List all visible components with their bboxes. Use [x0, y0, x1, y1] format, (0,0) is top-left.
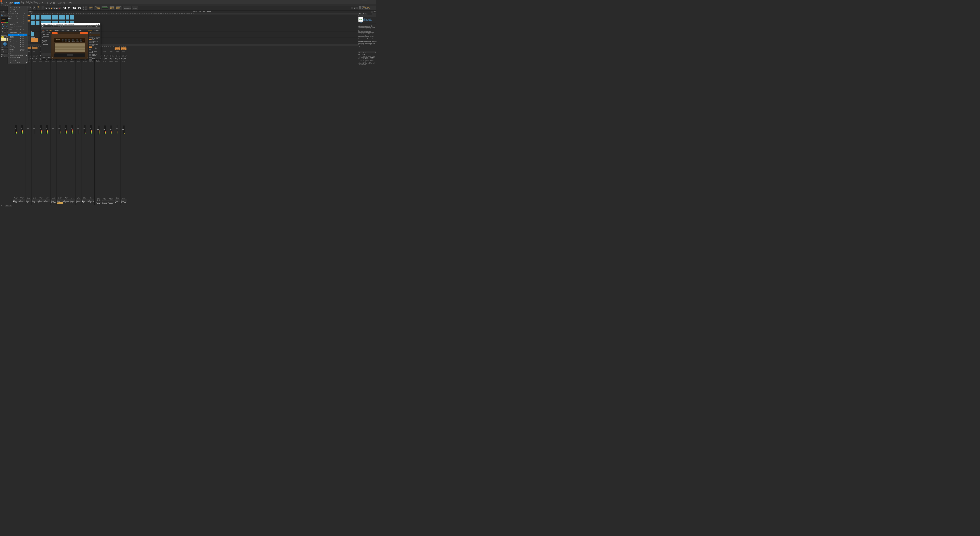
- strip-write[interactable]: W: [65, 59, 66, 61]
- solo-all[interactable]: S: [85, 6, 86, 8]
- audio-clip[interactable]: Guitar Loop: [31, 38, 38, 42]
- audio-clip[interactable]: [31, 21, 35, 25]
- output-select[interactable]: ▣ Master▾: [82, 201, 88, 202]
- input-select[interactable]: なし▾: [102, 200, 108, 202]
- input-select[interactable]: なし▾: [57, 199, 63, 200]
- out-indicator[interactable]: OUT: [88, 30, 92, 31]
- ruler-tick[interactable]: 9: [40, 13, 42, 14]
- minimize-button[interactable]: —: [367, 0, 370, 2]
- fx-slot[interactable]: Sonitus Reverb: [121, 48, 126, 49]
- input-select[interactable]: なし▾: [51, 199, 56, 200]
- notes-link1[interactable]: https://www.facebook.com/pg/TSSrecording: [358, 41, 375, 42]
- dd-console[interactable]: ▦コンソールビュー(O)Alt+2: [8, 15, 27, 17]
- input-select[interactable]: なし▾: [32, 199, 38, 200]
- volume-fader[interactable]: [34, 125, 35, 134]
- plugin-a2[interactable]: ⊞: [96, 25, 97, 27]
- strip-solo[interactable]: S: [123, 58, 124, 59]
- output-select[interactable]: ▣ LpBIntrnM▾: [69, 201, 75, 202]
- ruler-tick[interactable]: 81: [124, 13, 127, 14]
- menu-utilities[interactable]: ユーティリティ(U): [44, 2, 56, 4]
- strip-read[interactable]: R: [36, 58, 37, 59]
- strip-more[interactable]: ⚙: [60, 59, 61, 61]
- sel-end[interactable]: 1:01:000: [110, 8, 114, 9]
- lenses-dropdown[interactable]: Lenses: [362, 0, 367, 2]
- dd-multidock[interactable]: マルチドック(K)D: [8, 12, 27, 14]
- ruler-tick[interactable]: 69: [110, 13, 113, 14]
- pan-knob[interactable]: [110, 55, 111, 57]
- ruler-tick[interactable]: 129: [181, 13, 183, 14]
- plugin-a1[interactable]: ↗: [94, 25, 95, 27]
- time-sig[interactable]: 4/4: [37, 7, 38, 8]
- strip-solo[interactable]: S: [33, 58, 35, 59]
- strip-more[interactable]: ⚙: [35, 59, 36, 61]
- strip-more[interactable]: ⚙: [28, 59, 30, 61]
- dd-controlbar[interactable]: コントロールバー(C)C: [8, 6, 27, 8]
- stop-button[interactable]: ■: [48, 7, 51, 10]
- pause-button[interactable]: ⏸: [53, 7, 56, 10]
- plugin-maximize[interactable]: ☐: [95, 24, 97, 25]
- audio-clip[interactable]: [36, 21, 40, 25]
- amp-mid-knob[interactable]: [65, 39, 67, 41]
- insp-s[interactable]: S: [2, 56, 3, 57]
- volume-fader[interactable]: [46, 125, 47, 134]
- component-item[interactable]: Randall T2 Boost: [89, 56, 100, 59]
- ptab-settings[interactable]: SETTINGS: [41, 27, 46, 29]
- tab-midi[interactable]: MIDI: [202, 11, 206, 13]
- input-select[interactable]: なし▾: [88, 199, 94, 200]
- output-select[interactable]: ▣ LpBIntrnM▾: [63, 201, 69, 202]
- ff-button[interactable]: ⏭: [56, 7, 59, 10]
- ruler-tick[interactable]: 21: [54, 13, 56, 14]
- ruler-tick[interactable]: 73: [115, 13, 118, 14]
- zoom-25[interactable]: 25%: [58, 32, 61, 34]
- channel-name[interactable]: Master: [96, 203, 102, 205]
- output-select[interactable]: ▣ Master▾: [108, 202, 114, 203]
- ruler-tick[interactable]: 61: [101, 13, 103, 14]
- strip-power[interactable]: ●: [38, 56, 38, 57]
- strip-mute[interactable]: M: [115, 58, 116, 59]
- strip-write[interactable]: W: [84, 59, 85, 61]
- ruler-tick[interactable]: 83: [127, 13, 129, 14]
- ruler-tick[interactable]: 1: [30, 13, 33, 14]
- output-select[interactable]: ▣ LpBIntrnM▾: [76, 201, 81, 202]
- dd-icons[interactable]: アイコン(I)▸: [8, 59, 27, 61]
- maximize-button[interactable]: ☐: [370, 0, 373, 2]
- strip-power[interactable]: ●: [121, 56, 121, 57]
- items-seeall[interactable]: SEE ALL: [96, 37, 100, 38]
- ruler-tick[interactable]: 11: [42, 13, 45, 14]
- zoom-75[interactable]: 75%: [65, 32, 68, 34]
- ruler-tick[interactable]: 47: [84, 13, 87, 14]
- component-item[interactable]: Randall T2 Clean: [89, 51, 100, 54]
- looper-btn[interactable]: LOOPER: [94, 30, 100, 31]
- dd-markers[interactable]: ◈マーカー(R)Alt+Shift+4: [8, 42, 27, 44]
- output-select[interactable]: ▣ Master▾: [19, 201, 25, 202]
- plugin-next[interactable]: ▸: [56, 25, 58, 27]
- mixhdr-track[interactable]: トラック: [32, 45, 36, 46]
- bank-item[interactable]: 3TH3 Building Blocks Clean: [41, 38, 51, 41]
- erase-tool[interactable]: ⌫: [29, 6, 32, 8]
- ruler-tick[interactable]: 75: [118, 13, 120, 14]
- plugin-preset[interactable]: プリセットなし ▾: [44, 25, 53, 27]
- ruler-tick[interactable]: 65: [106, 13, 108, 14]
- fx-slot[interactable]: Sonitus Reverb: [115, 48, 120, 49]
- ruler-tick[interactable]: 133: [186, 13, 188, 14]
- dd-sysx[interactable]: ⬡Sysx(X)Alt+Shift+7: [8, 48, 27, 50]
- eq-mode-hybrid[interactable]: Hybrid: [1, 15, 3, 17]
- bank-add[interactable]: + ADD: [41, 53, 46, 56]
- strip-write[interactable]: W: [40, 59, 41, 61]
- strip-more[interactable]: ⚙: [41, 59, 42, 61]
- volume-fader[interactable]: [65, 125, 66, 134]
- strip-read[interactable]: R: [105, 58, 106, 59]
- ruler-tick[interactable]: 99: [146, 13, 148, 14]
- ruler-tick[interactable]: 27: [61, 13, 63, 14]
- export-dropdown-icon[interactable]: ▾: [11, 4, 12, 5]
- dd-inspector[interactable]: インスペクタ(I)I: [8, 8, 27, 10]
- component-item[interactable]: Modern (US) CH3: [89, 43, 100, 46]
- bank-item[interactable]: 2TH3 Cakewalk xtra: [41, 35, 51, 38]
- ruler-tick[interactable]: 41: [77, 13, 80, 14]
- output-select[interactable]: ▣ Master▾: [51, 201, 56, 202]
- dd-staff[interactable]: ♪譜面ビュー(F)Alt+6: [8, 23, 27, 25]
- zoom-150[interactable]: 150%: [72, 32, 75, 34]
- tab-regionfx[interactable]: Region FX: [206, 11, 212, 13]
- play-button[interactable]: ▶: [51, 7, 53, 10]
- component-item[interactable]: Darkface '65 (US): [89, 41, 100, 43]
